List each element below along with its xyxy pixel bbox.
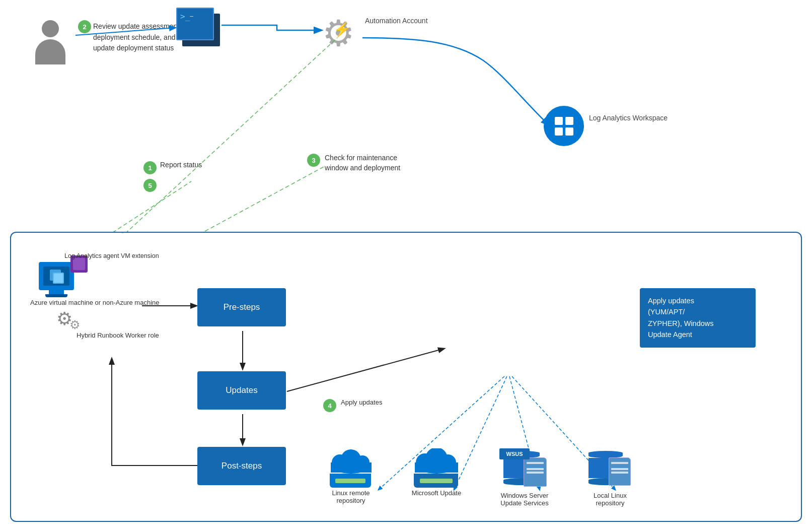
bottom-section: Log Analytics agent VM extension Azure v… (10, 232, 802, 522)
ms-update-repo: Microsoft Update (406, 448, 467, 507)
svg-rect-20 (331, 462, 372, 473)
step4-badge: 4 (323, 399, 336, 412)
updates-box: Updates (197, 371, 286, 410)
apply-updates-label: Apply updates (YUM/APT/ ZYPHER), Windows… (648, 297, 714, 339)
local-linux-label: Local Linux repository (582, 492, 638, 507)
apply-updates-box: Apply updates (YUM/APT/ ZYPHER), Windows… (640, 288, 756, 348)
svg-line-1 (111, 38, 337, 247)
pre-steps-label: Pre-steps (224, 302, 260, 312)
step3-badge: 3 (307, 154, 320, 167)
updates-label: Updates (226, 385, 257, 395)
svg-rect-15 (54, 274, 63, 283)
pre-steps-box: Pre-steps (197, 288, 286, 326)
local-linux-repo: Local Linux repository (582, 448, 638, 507)
step4-label: Apply updates (341, 398, 382, 408)
step5-badge: 5 (143, 179, 157, 192)
ms-update-label: Microsoft Update (412, 489, 461, 497)
automation-account-icon: ⚙ ⚡ (322, 15, 360, 55)
log-analytics-workspace-label: Log Analytics Workspace (589, 113, 668, 123)
azure-portal-icon: >_ >_ — (176, 8, 214, 40)
post-steps-label: Post-steps (222, 461, 262, 471)
post-steps-box: Post-steps (197, 447, 286, 485)
log-analytics-workspace-icon (544, 106, 584, 146)
la-agent-label: Log Analytics agent VM extension (64, 252, 159, 261)
step2-badge: 2 (78, 20, 91, 33)
person-icon (30, 20, 70, 65)
top-section: 2 Review update assessment, define deplo… (0, 0, 812, 247)
automation-account-label: Automation Account (365, 16, 428, 26)
wsus-label: Windows Server Update Services (494, 492, 555, 507)
linux-repo: Linux remote repository (323, 448, 379, 507)
step1-badge: 1 (143, 161, 157, 174)
hybrid-runbook-icon: ⚙ ⚙ (56, 308, 86, 329)
diagram-container: 2 Review update assessment, define deplo… (0, 0, 812, 532)
linux-repo-label: Linux remote repository (323, 489, 379, 504)
hybrid-runbook-label: Hybrid Runbook Worker role (77, 331, 159, 341)
step1-label: Report status (160, 160, 202, 170)
step3-label: Check for maintenance window and deploym… (325, 153, 405, 173)
azure-vm-icon (39, 262, 74, 297)
svg-line-7 (287, 349, 444, 391)
vm-label: Azure virtual machine or non-Azure machi… (30, 298, 160, 308)
wsus-repo: WSUS Window (494, 448, 555, 507)
repositories-row: Linux remote repository (323, 448, 638, 507)
svg-rect-25 (415, 462, 458, 473)
